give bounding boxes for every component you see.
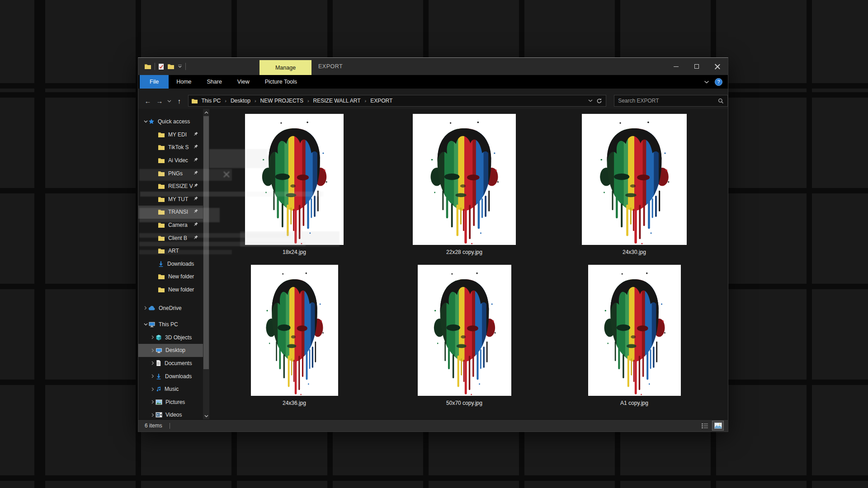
ribbon-tab-row: FileHomeShareViewPicture Tools ? — [138, 75, 728, 89]
minimize-button[interactable] — [665, 58, 686, 75]
pin-icon — [193, 170, 198, 175]
sidebar-item-downloads[interactable]: Downloads — [138, 370, 203, 383]
maximize-button[interactable] — [686, 58, 707, 75]
sidebar-section-this-pc[interactable]: This PC — [138, 318, 203, 331]
file-item-a1-copy-jpg[interactable]: A1 copy.jpg — [549, 265, 719, 416]
scrollbar-thumb[interactable] — [203, 116, 209, 369]
sidebar-item-label: PNGs — [165, 170, 193, 177]
forward-button[interactable]: → — [154, 97, 165, 105]
tab-home[interactable]: Home — [169, 75, 199, 89]
file-name[interactable]: 18x24.jpg — [283, 249, 306, 255]
sidebar-item-camera[interactable]: Camera — [138, 219, 203, 232]
pin-icon — [193, 157, 198, 162]
sidebar-item-ai-videc[interactable]: Ai Videc — [138, 154, 203, 167]
sidebar-section-onedrive[interactable]: OneDrive — [138, 301, 203, 314]
thumbnail-view-button[interactable] — [712, 421, 723, 430]
sidebar-item-label: Pictures — [162, 399, 203, 405]
sidebar-item-label: Camera — [165, 222, 193, 228]
refresh-icon[interactable] — [596, 98, 602, 104]
breadcrumb-separator: › — [254, 98, 257, 103]
title-bar[interactable]: Manage EXPORT — [138, 58, 728, 75]
scroll-up-icon[interactable] — [203, 109, 209, 116]
sidebar-item-my-edi[interactable]: MY EDI — [138, 128, 203, 141]
folder-icon[interactable] — [167, 63, 175, 70]
tab-view[interactable]: View — [230, 75, 257, 89]
breadcrumb-item-export[interactable]: EXPORT — [368, 98, 395, 104]
sidebar-item-label: New folder — [165, 273, 203, 280]
search-box[interactable] — [614, 95, 728, 107]
address-dropdown-chevron-icon[interactable] — [588, 99, 593, 102]
file-thumbnail[interactable] — [413, 114, 516, 245]
sidebar-item-label: Downloads — [164, 261, 203, 267]
file-thumbnail[interactable] — [582, 114, 687, 245]
breadcrumb-box[interactable]: This PC›Desktop›NEW PROJECTS›RESIZE WALL… — [188, 95, 607, 107]
customize-toolbar-icon[interactable] — [178, 65, 182, 68]
document-icon — [156, 360, 161, 366]
breadcrumb-item-new-projects[interactable]: NEW PROJECTS — [258, 98, 306, 104]
sidebar-item-resize-v[interactable]: RESIZE V — [138, 180, 203, 193]
file-name[interactable]: 22x28 copy.jpg — [446, 249, 482, 255]
sidebar-item-my-tut[interactable]: MY TUT — [138, 193, 203, 206]
back-button[interactable]: ← — [142, 97, 154, 105]
file-thumbnail[interactable] — [588, 265, 681, 396]
file-item-18x24-jpg[interactable]: 18x24.jpg — [209, 114, 379, 265]
file-name[interactable]: 24x36.jpg — [283, 400, 306, 406]
sidebar-item-new-folder[interactable]: New folder — [138, 283, 203, 296]
sidebar-scrollbar[interactable] — [203, 109, 209, 419]
sidebar-item-music[interactable]: Music — [138, 383, 203, 396]
file-thumbnail[interactable] — [251, 265, 338, 396]
up-button[interactable]: ↑ — [174, 97, 185, 105]
help-icon[interactable]: ? — [715, 78, 722, 86]
ribbon-gap — [138, 89, 728, 93]
file-item-50x70-copy-jpg[interactable]: 50x70 copy.jpg — [379, 265, 549, 416]
navigation-pane: Quick accessMY EDITikTok SAi VidecPNGsRE… — [138, 109, 203, 419]
file-name[interactable]: 24x30.jpg — [623, 249, 646, 255]
sidebar-item-downloads[interactable]: Downloads — [138, 258, 203, 271]
breadcrumb-separator: › — [307, 98, 310, 103]
sidebar-item-desktop[interactable]: Desktop — [138, 344, 203, 357]
file-item-24x30-jpg[interactable]: 24x30.jpg — [549, 114, 719, 265]
sidebar-item-client-b[interactable]: Client B — [138, 231, 203, 244]
sidebar-item-tiktok-s[interactable]: TikTok S — [138, 141, 203, 154]
status-divider — [170, 423, 170, 429]
sidebar-item-videos[interactable]: Videos — [138, 408, 203, 419]
file-item-24x36-jpg[interactable]: 24x36.jpg — [209, 265, 379, 416]
sidebar-section-quick-access[interactable]: Quick access — [138, 115, 203, 128]
scroll-down-icon[interactable] — [203, 413, 209, 419]
folder-icon — [158, 273, 165, 280]
breadcrumb-item-resize-wall-art[interactable]: RESIZE WALL ART — [311, 98, 363, 104]
contextual-tab-manage[interactable]: Manage — [259, 60, 311, 75]
artwork-image — [588, 265, 681, 396]
breadcrumb-item-desktop[interactable]: Desktop — [228, 98, 253, 104]
sidebar-item-transi[interactable]: TRANSI — [138, 206, 203, 219]
tab-file[interactable]: File — [140, 75, 169, 89]
videos-icon — [156, 412, 162, 418]
breadcrumb-item-this-pc[interactable]: This PC — [199, 98, 223, 104]
tab-share[interactable]: Share — [199, 75, 230, 89]
recent-locations-chevron-icon[interactable] — [165, 99, 174, 103]
sidebar-item-label: Ai Videc — [165, 157, 193, 164]
sidebar-item-documents[interactable]: Documents — [138, 357, 203, 370]
tab-picture-tools[interactable]: Picture Tools — [257, 75, 305, 89]
file-item-22x28-copy-jpg[interactable]: 22x28 copy.jpg — [379, 114, 549, 265]
folder-icon[interactable] — [144, 63, 151, 70]
close-button[interactable] — [707, 58, 728, 75]
item-count: 6 items — [145, 422, 162, 429]
file-thumbnail[interactable] — [418, 265, 511, 396]
search-icon[interactable] — [718, 98, 724, 104]
file-name[interactable]: 50x70 copy.jpg — [446, 400, 482, 406]
file-name[interactable]: A1 copy.jpg — [620, 400, 648, 406]
sidebar-item-3d-objects[interactable]: 3D Objects — [138, 331, 203, 344]
sidebar-item-pngs[interactable]: PNGs — [138, 167, 203, 180]
sidebar-item-pictures[interactable]: Pictures — [138, 395, 203, 408]
details-view-button[interactable] — [699, 421, 710, 430]
search-input[interactable] — [618, 98, 718, 104]
expand-ribbon-chevron-icon[interactable] — [704, 80, 709, 84]
file-list-area[interactable]: 18x24.jpg22x28 copy.jpg24x30.jpg24x36.jp… — [209, 109, 728, 419]
sidebar-item-label: Downloads — [162, 373, 203, 380]
sidebar-item-new-folder[interactable]: New folder — [138, 270, 203, 283]
sidebar-item-art[interactable]: ART — [138, 244, 203, 258]
properties-check-icon[interactable] — [158, 63, 164, 70]
sidebar-item-label: RESIZE V — [165, 183, 193, 189]
file-thumbnail[interactable] — [245, 114, 344, 245]
